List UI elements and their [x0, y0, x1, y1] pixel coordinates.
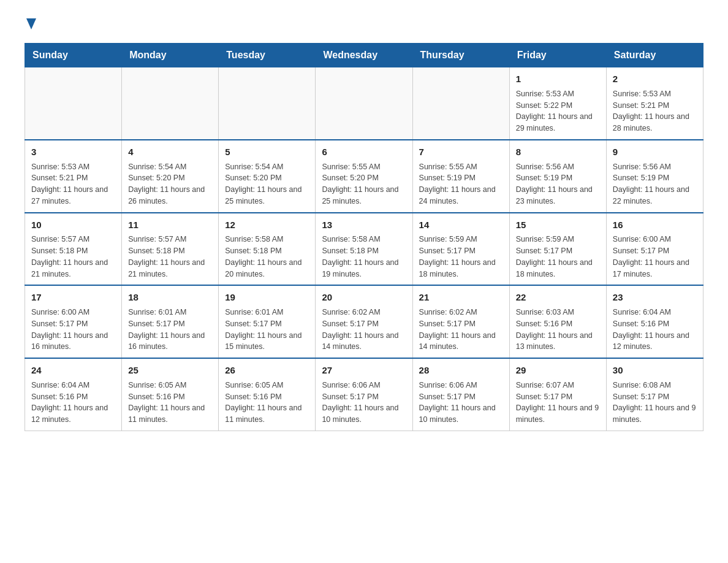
day-number: 10: [31, 218, 115, 232]
calendar-week-row: 1Sunrise: 5:53 AM Sunset: 5:22 PM Daylig…: [25, 67, 703, 140]
weekday-header-wednesday: Wednesday: [316, 44, 412, 67]
calendar-cell: 10Sunrise: 5:57 AM Sunset: 5:18 PM Dayli…: [25, 213, 122, 286]
calendar-cell: 30Sunrise: 6:08 AM Sunset: 5:17 PM Dayli…: [606, 358, 703, 431]
calendar-cell: 22Sunrise: 6:03 AM Sunset: 5:16 PM Dayli…: [509, 285, 606, 358]
weekday-header-row: SundayMondayTuesdayWednesdayThursdayFrid…: [25, 44, 703, 67]
calendar-cell: [316, 67, 412, 140]
calendar-cell: 4Sunrise: 5:54 AM Sunset: 5:20 PM Daylig…: [122, 140, 219, 213]
day-number: 9: [613, 145, 697, 159]
calendar-cell: 15Sunrise: 5:59 AM Sunset: 5:17 PM Dayli…: [509, 213, 606, 286]
calendar-week-row: 3Sunrise: 5:53 AM Sunset: 5:21 PM Daylig…: [25, 140, 703, 213]
day-number: 7: [419, 145, 503, 159]
day-info: Sunrise: 5:53 AM Sunset: 5:21 PM Dayligh…: [31, 161, 115, 207]
day-info: Sunrise: 5:56 AM Sunset: 5:19 PM Dayligh…: [613, 161, 697, 207]
day-info: Sunrise: 5:53 AM Sunset: 5:22 PM Dayligh…: [516, 88, 600, 134]
day-number: 11: [128, 218, 212, 232]
day-number: 21: [419, 291, 503, 304]
day-info: Sunrise: 5:59 AM Sunset: 5:17 PM Dayligh…: [516, 234, 600, 280]
day-number: 15: [516, 218, 600, 232]
calendar-cell: 6Sunrise: 5:55 AM Sunset: 5:20 PM Daylig…: [316, 140, 412, 213]
calendar-cell: 26Sunrise: 6:05 AM Sunset: 5:16 PM Dayli…: [219, 358, 316, 431]
day-number: 6: [322, 145, 406, 159]
weekday-header-sunday: Sunday: [25, 44, 122, 67]
calendar-week-row: 10Sunrise: 5:57 AM Sunset: 5:18 PM Dayli…: [25, 213, 703, 286]
calendar-cell: 21Sunrise: 6:02 AM Sunset: 5:17 PM Dayli…: [412, 285, 509, 358]
calendar-cell: 18Sunrise: 6:01 AM Sunset: 5:17 PM Dayli…: [122, 285, 219, 358]
day-info: Sunrise: 5:57 AM Sunset: 5:18 PM Dayligh…: [128, 234, 212, 280]
weekday-header-monday: Monday: [122, 44, 219, 67]
day-info: Sunrise: 6:00 AM Sunset: 5:17 PM Dayligh…: [613, 234, 697, 280]
day-info: Sunrise: 5:58 AM Sunset: 5:18 PM Dayligh…: [322, 234, 406, 280]
day-info: Sunrise: 5:55 AM Sunset: 5:20 PM Dayligh…: [322, 161, 406, 207]
calendar-cell: 23Sunrise: 6:04 AM Sunset: 5:16 PM Dayli…: [606, 285, 703, 358]
day-number: 1: [516, 72, 600, 86]
day-number: 22: [516, 291, 600, 304]
day-number: 18: [128, 291, 212, 304]
calendar-cell: 9Sunrise: 5:56 AM Sunset: 5:19 PM Daylig…: [606, 140, 703, 213]
calendar-cell: 25Sunrise: 6:05 AM Sunset: 5:16 PM Dayli…: [122, 358, 219, 431]
day-info: Sunrise: 6:04 AM Sunset: 5:16 PM Dayligh…: [613, 307, 697, 353]
day-info: Sunrise: 6:02 AM Sunset: 5:17 PM Dayligh…: [322, 307, 406, 353]
calendar-cell: [219, 67, 316, 140]
day-number: 12: [225, 218, 309, 232]
day-info: Sunrise: 6:08 AM Sunset: 5:17 PM Dayligh…: [613, 380, 697, 426]
calendar-cell: 13Sunrise: 5:58 AM Sunset: 5:18 PM Dayli…: [316, 213, 412, 286]
logo-triangle-icon: [26, 18, 36, 29]
day-info: Sunrise: 5:53 AM Sunset: 5:21 PM Dayligh…: [613, 88, 697, 134]
calendar-cell: 3Sunrise: 5:53 AM Sunset: 5:21 PM Daylig…: [25, 140, 122, 213]
calendar-week-row: 17Sunrise: 6:00 AM Sunset: 5:17 PM Dayli…: [25, 285, 703, 358]
day-info: Sunrise: 5:58 AM Sunset: 5:18 PM Dayligh…: [225, 234, 309, 280]
calendar-cell: [25, 67, 122, 140]
calendar-cell: 24Sunrise: 6:04 AM Sunset: 5:16 PM Dayli…: [25, 358, 122, 431]
day-info: Sunrise: 6:06 AM Sunset: 5:17 PM Dayligh…: [322, 380, 406, 426]
calendar-cell: 27Sunrise: 6:06 AM Sunset: 5:17 PM Dayli…: [316, 358, 412, 431]
day-number: 20: [322, 291, 406, 304]
weekday-header-saturday: Saturday: [606, 44, 703, 67]
calendar-cell: 1Sunrise: 5:53 AM Sunset: 5:22 PM Daylig…: [509, 67, 606, 140]
day-number: 3: [31, 145, 115, 159]
day-number: 27: [322, 364, 406, 377]
day-info: Sunrise: 6:04 AM Sunset: 5:16 PM Dayligh…: [31, 380, 115, 426]
day-info: Sunrise: 6:07 AM Sunset: 5:17 PM Dayligh…: [516, 380, 600, 426]
day-number: 16: [613, 218, 697, 232]
calendar-cell: 17Sunrise: 6:00 AM Sunset: 5:17 PM Dayli…: [25, 285, 122, 358]
day-info: Sunrise: 6:03 AM Sunset: 5:16 PM Dayligh…: [516, 307, 600, 353]
calendar-cell: [412, 67, 509, 140]
day-info: Sunrise: 6:05 AM Sunset: 5:16 PM Dayligh…: [128, 380, 212, 426]
day-info: Sunrise: 6:05 AM Sunset: 5:16 PM Dayligh…: [225, 380, 309, 426]
weekday-header-tuesday: Tuesday: [219, 44, 316, 67]
calendar-cell: 19Sunrise: 6:01 AM Sunset: 5:17 PM Dayli…: [219, 285, 316, 358]
calendar-cell: 2Sunrise: 5:53 AM Sunset: 5:21 PM Daylig…: [606, 67, 703, 140]
day-number: 24: [31, 364, 115, 377]
day-number: 8: [516, 145, 600, 159]
calendar-cell: 16Sunrise: 6:00 AM Sunset: 5:17 PM Dayli…: [606, 213, 703, 286]
day-info: Sunrise: 6:02 AM Sunset: 5:17 PM Dayligh…: [419, 307, 503, 353]
page-header: [25, 18, 703, 31]
day-info: Sunrise: 6:01 AM Sunset: 5:17 PM Dayligh…: [128, 307, 212, 353]
weekday-header-thursday: Thursday: [412, 44, 509, 67]
calendar-cell: 29Sunrise: 6:07 AM Sunset: 5:17 PM Dayli…: [509, 358, 606, 431]
calendar-cell: 12Sunrise: 5:58 AM Sunset: 5:18 PM Dayli…: [219, 213, 316, 286]
calendar-cell: [122, 67, 219, 140]
day-number: 17: [31, 291, 115, 304]
weekday-header-friday: Friday: [509, 44, 606, 67]
day-number: 26: [225, 364, 309, 377]
day-number: 28: [419, 364, 503, 377]
day-number: 5: [225, 145, 309, 159]
day-info: Sunrise: 5:55 AM Sunset: 5:19 PM Dayligh…: [419, 161, 503, 207]
day-number: 14: [419, 218, 503, 232]
calendar-week-row: 24Sunrise: 6:04 AM Sunset: 5:16 PM Dayli…: [25, 358, 703, 431]
day-number: 19: [225, 291, 309, 304]
calendar-cell: 28Sunrise: 6:06 AM Sunset: 5:17 PM Dayli…: [412, 358, 509, 431]
calendar-cell: 11Sunrise: 5:57 AM Sunset: 5:18 PM Dayli…: [122, 213, 219, 286]
day-info: Sunrise: 5:59 AM Sunset: 5:17 PM Dayligh…: [419, 234, 503, 280]
day-number: 25: [128, 364, 212, 377]
day-info: Sunrise: 5:54 AM Sunset: 5:20 PM Dayligh…: [128, 161, 212, 207]
calendar-cell: 20Sunrise: 6:02 AM Sunset: 5:17 PM Dayli…: [316, 285, 412, 358]
day-info: Sunrise: 5:56 AM Sunset: 5:19 PM Dayligh…: [516, 161, 600, 207]
calendar-cell: 5Sunrise: 5:54 AM Sunset: 5:20 PM Daylig…: [219, 140, 316, 213]
day-info: Sunrise: 6:01 AM Sunset: 5:17 PM Dayligh…: [225, 307, 309, 353]
day-info: Sunrise: 6:00 AM Sunset: 5:17 PM Dayligh…: [31, 307, 115, 353]
day-number: 29: [516, 364, 600, 377]
day-info: Sunrise: 5:57 AM Sunset: 5:18 PM Dayligh…: [31, 234, 115, 280]
